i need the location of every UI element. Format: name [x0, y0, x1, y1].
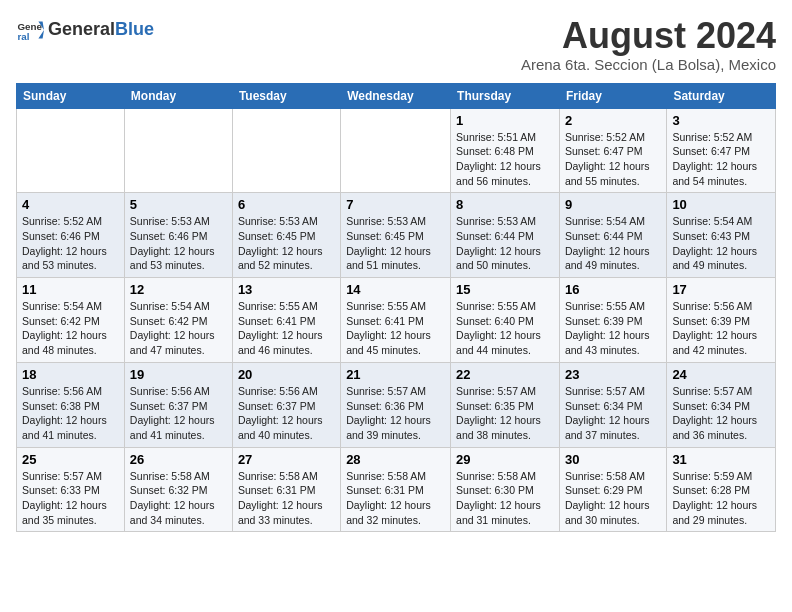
cell-content-line: Daylight: 12 hours	[346, 413, 445, 428]
calendar-cell: 22Sunrise: 5:57 AMSunset: 6:35 PMDayligh…	[451, 362, 560, 447]
cell-content-line: Sunrise: 5:52 AM	[22, 214, 119, 229]
day-number: 12	[130, 282, 227, 297]
cell-content-line: Sunrise: 5:57 AM	[456, 384, 554, 399]
cell-content-line: Daylight: 12 hours	[565, 413, 661, 428]
cell-content-line: Sunset: 6:40 PM	[456, 314, 554, 329]
cell-content-line: and 55 minutes.	[565, 174, 661, 189]
calendar-cell: 14Sunrise: 5:55 AMSunset: 6:41 PMDayligh…	[341, 278, 451, 363]
cell-content-line: and 42 minutes.	[672, 343, 770, 358]
cell-content-line: Sunrise: 5:57 AM	[672, 384, 770, 399]
day-number: 10	[672, 197, 770, 212]
calendar-cell: 29Sunrise: 5:58 AMSunset: 6:30 PMDayligh…	[451, 447, 560, 532]
cell-content-line: Daylight: 12 hours	[238, 413, 335, 428]
cell-content-line: Daylight: 12 hours	[456, 413, 554, 428]
day-number: 17	[672, 282, 770, 297]
cell-content-line: Sunrise: 5:55 AM	[346, 299, 445, 314]
header-day: Wednesday	[341, 83, 451, 108]
cell-content-line: Sunset: 6:31 PM	[238, 483, 335, 498]
cell-content-line: Daylight: 12 hours	[238, 328, 335, 343]
cell-content-line: and 33 minutes.	[238, 513, 335, 528]
cell-content-line: Sunset: 6:45 PM	[238, 229, 335, 244]
day-number: 9	[565, 197, 661, 212]
cell-content-line: Daylight: 12 hours	[130, 413, 227, 428]
calendar-week-row: 25Sunrise: 5:57 AMSunset: 6:33 PMDayligh…	[17, 447, 776, 532]
cell-content-line: Sunrise: 5:57 AM	[346, 384, 445, 399]
cell-content-line: and 54 minutes.	[672, 174, 770, 189]
cell-content-line: Daylight: 12 hours	[130, 498, 227, 513]
calendar-cell: 6Sunrise: 5:53 AMSunset: 6:45 PMDaylight…	[232, 193, 340, 278]
cell-content-line: Sunset: 6:37 PM	[130, 399, 227, 414]
cell-content-line: Daylight: 12 hours	[22, 498, 119, 513]
calendar-subtitle: Arena 6ta. Seccion (La Bolsa), Mexico	[521, 56, 776, 73]
day-number: 16	[565, 282, 661, 297]
cell-content-line: and 44 minutes.	[456, 343, 554, 358]
cell-content-line: Sunrise: 5:55 AM	[456, 299, 554, 314]
cell-content-line: Sunset: 6:29 PM	[565, 483, 661, 498]
cell-content-line: Sunset: 6:30 PM	[456, 483, 554, 498]
calendar-cell: 24Sunrise: 5:57 AMSunset: 6:34 PMDayligh…	[667, 362, 776, 447]
day-number: 1	[456, 113, 554, 128]
cell-content-line: Sunset: 6:46 PM	[130, 229, 227, 244]
cell-content-line: Sunrise: 5:54 AM	[22, 299, 119, 314]
cell-content-line: Sunset: 6:32 PM	[130, 483, 227, 498]
cell-content-line: Sunset: 6:34 PM	[672, 399, 770, 414]
cell-content-line: and 41 minutes.	[130, 428, 227, 443]
cell-content-line: Daylight: 12 hours	[22, 328, 119, 343]
svg-text:ral: ral	[17, 31, 29, 42]
day-number: 28	[346, 452, 445, 467]
day-number: 5	[130, 197, 227, 212]
cell-content-line: Sunrise: 5:57 AM	[565, 384, 661, 399]
day-number: 7	[346, 197, 445, 212]
cell-content-line: Sunrise: 5:58 AM	[346, 469, 445, 484]
day-number: 19	[130, 367, 227, 382]
calendar-week-row: 11Sunrise: 5:54 AMSunset: 6:42 PMDayligh…	[17, 278, 776, 363]
calendar-cell	[341, 108, 451, 193]
header-day: Monday	[124, 83, 232, 108]
logo-icon: Gene ral	[16, 16, 44, 44]
calendar-cell: 1Sunrise: 5:51 AMSunset: 6:48 PMDaylight…	[451, 108, 560, 193]
calendar-cell: 30Sunrise: 5:58 AMSunset: 6:29 PMDayligh…	[559, 447, 666, 532]
header-day: Tuesday	[232, 83, 340, 108]
cell-content-line: Sunset: 6:39 PM	[565, 314, 661, 329]
logo-blue: Blue	[115, 20, 154, 40]
day-number: 18	[22, 367, 119, 382]
cell-content-line: Daylight: 12 hours	[346, 498, 445, 513]
cell-content-line: Daylight: 12 hours	[22, 244, 119, 259]
cell-content-line: Sunrise: 5:57 AM	[22, 469, 119, 484]
calendar-title: August 2024	[521, 16, 776, 56]
cell-content-line: Sunset: 6:39 PM	[672, 314, 770, 329]
cell-content-line: Sunrise: 5:53 AM	[346, 214, 445, 229]
cell-content-line: and 38 minutes.	[456, 428, 554, 443]
header-day: Sunday	[17, 83, 125, 108]
calendar-cell: 8Sunrise: 5:53 AMSunset: 6:44 PMDaylight…	[451, 193, 560, 278]
calendar-cell: 18Sunrise: 5:56 AMSunset: 6:38 PMDayligh…	[17, 362, 125, 447]
cell-content-line: Sunset: 6:34 PM	[565, 399, 661, 414]
cell-content-line: Sunset: 6:41 PM	[346, 314, 445, 329]
calendar-cell	[232, 108, 340, 193]
calendar-cell: 26Sunrise: 5:58 AMSunset: 6:32 PMDayligh…	[124, 447, 232, 532]
cell-content-line: and 35 minutes.	[22, 513, 119, 528]
calendar-cell: 15Sunrise: 5:55 AMSunset: 6:40 PMDayligh…	[451, 278, 560, 363]
cell-content-line: Sunset: 6:42 PM	[22, 314, 119, 329]
day-number: 21	[346, 367, 445, 382]
cell-content-line: Sunrise: 5:56 AM	[130, 384, 227, 399]
cell-content-line: and 30 minutes.	[565, 513, 661, 528]
cell-content-line: Sunset: 6:35 PM	[456, 399, 554, 414]
cell-content-line: and 53 minutes.	[22, 258, 119, 273]
cell-content-line: and 49 minutes.	[672, 258, 770, 273]
cell-content-line: Daylight: 12 hours	[672, 498, 770, 513]
calendar-cell	[17, 108, 125, 193]
cell-content-line: Sunrise: 5:55 AM	[238, 299, 335, 314]
calendar-week-row: 1Sunrise: 5:51 AMSunset: 6:48 PMDaylight…	[17, 108, 776, 193]
cell-content-line: Sunset: 6:36 PM	[346, 399, 445, 414]
cell-content-line: and 56 minutes.	[456, 174, 554, 189]
cell-content-line: Daylight: 12 hours	[672, 159, 770, 174]
cell-content-line: and 34 minutes.	[130, 513, 227, 528]
cell-content-line: Sunrise: 5:54 AM	[672, 214, 770, 229]
cell-content-line: Sunrise: 5:58 AM	[238, 469, 335, 484]
cell-content-line: Sunrise: 5:59 AM	[672, 469, 770, 484]
cell-content-line: and 46 minutes.	[238, 343, 335, 358]
cell-content-line: Daylight: 12 hours	[130, 244, 227, 259]
calendar-cell: 17Sunrise: 5:56 AMSunset: 6:39 PMDayligh…	[667, 278, 776, 363]
day-number: 30	[565, 452, 661, 467]
